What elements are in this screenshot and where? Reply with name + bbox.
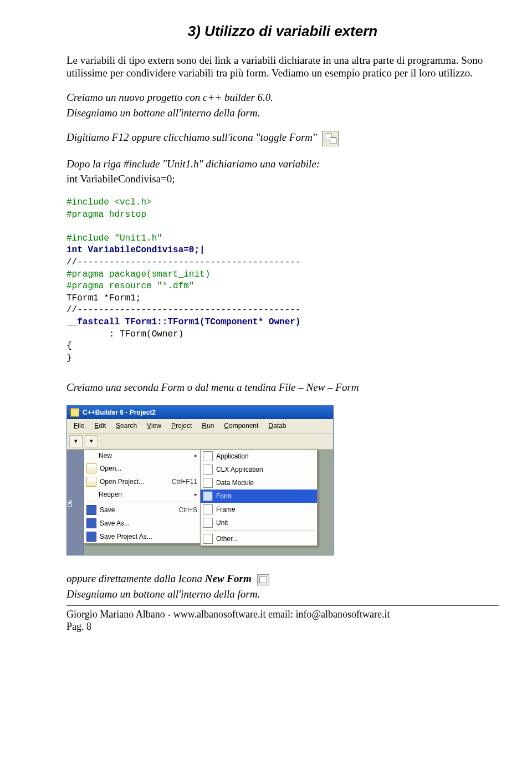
menu-item-save-as[interactable]: Save As... bbox=[84, 517, 201, 530]
submenu-item-other[interactable]: Other... bbox=[201, 532, 317, 545]
step-f12-toggle: Digitiamo F12 oppure clicchiamo sull'ico… bbox=[66, 131, 317, 143]
window-titlebar: C++Builder 6 - Project2 bbox=[67, 406, 333, 419]
new-submenu: Application CLX Application Data Module … bbox=[200, 449, 318, 546]
form-icon bbox=[203, 491, 213, 501]
section-title: 3) Utilizzo di variabili extern bbox=[66, 22, 499, 40]
submenu-item-frame[interactable]: Frame bbox=[201, 503, 317, 516]
shortcut-label: Ctrl+S bbox=[178, 506, 197, 514]
step-declare-variable: Dopo la riga #include "Unit1.h" dichiari… bbox=[66, 157, 499, 171]
step-draw-button-2: Disegniamo un bottone all'interno della … bbox=[66, 588, 499, 601]
submenu-item-form[interactable]: Form bbox=[201, 489, 317, 503]
variable-declaration-text: int VariabileCondivisa=0; bbox=[66, 172, 499, 186]
object-inspector-tab[interactable]: Ob bbox=[67, 450, 84, 555]
menu-edit[interactable]: Edit bbox=[90, 421, 110, 431]
application-icon bbox=[203, 451, 213, 461]
step-direct-icon: oppure direttamente dalla Icona New Form bbox=[66, 572, 499, 585]
menu-separator bbox=[86, 502, 198, 502]
floppy-icon bbox=[86, 505, 96, 515]
toolbar-button[interactable]: ▾ bbox=[69, 435, 83, 447]
footer-rule bbox=[66, 605, 499, 606]
menu-item-open[interactable]: Open... bbox=[84, 462, 201, 475]
menu-item-save-project-as[interactable]: Save Project As... bbox=[84, 530, 201, 543]
step-create-project: Creiamo un nuovo progetto con c++ builde… bbox=[66, 91, 499, 104]
folder-project-icon bbox=[86, 477, 96, 487]
menu-item-new[interactable]: New bbox=[84, 450, 201, 462]
blank-icon bbox=[86, 451, 95, 460]
toggle-form-icon bbox=[322, 131, 339, 146]
submenu-item-application[interactable]: Application bbox=[201, 450, 317, 463]
floppy-project-icon bbox=[86, 532, 96, 542]
footer-author-line: Giorgio Mariano Albano - www.albanosoftw… bbox=[66, 608, 499, 621]
menu-database[interactable]: Datab bbox=[264, 421, 290, 431]
step-draw-button-1: Disegniamo un bottone all'interno della … bbox=[66, 106, 499, 120]
shortcut-label: Ctrl+F11 bbox=[172, 478, 197, 486]
data-module-icon bbox=[203, 478, 213, 488]
ide-window: C++Builder 6 - Project2 File Edit Search… bbox=[66, 405, 334, 555]
toolbar: ▾ ▾ bbox=[67, 434, 333, 450]
new-form-icon bbox=[257, 574, 269, 585]
page-number: Pag. 8 bbox=[66, 620, 499, 633]
menu-item-save[interactable]: Save Ctrl+S bbox=[84, 503, 201, 517]
menu-separator bbox=[203, 531, 315, 531]
menu-search[interactable]: Search bbox=[111, 421, 141, 431]
folder-open-icon bbox=[86, 463, 96, 473]
menu-file[interactable]: File bbox=[69, 421, 89, 431]
step-create-second-form: Creiamo una seconda Form o dal menu a te… bbox=[66, 381, 499, 394]
toolbar-button[interactable]: ▾ bbox=[85, 435, 98, 447]
unit-icon bbox=[203, 518, 213, 528]
clx-application-icon bbox=[203, 465, 213, 475]
code-snippet: #include <vcl.h> #pragma hdrstop #includ… bbox=[66, 197, 499, 364]
menu-view[interactable]: View bbox=[142, 421, 166, 431]
submenu-item-unit[interactable]: Unit bbox=[201, 516, 317, 529]
menubar[interactable]: File Edit Search View Project Run Compon… bbox=[67, 419, 333, 434]
floppy-icon bbox=[86, 518, 96, 528]
menu-project[interactable]: Project bbox=[167, 421, 196, 431]
frame-icon bbox=[203, 504, 213, 514]
submenu-item-clx-application[interactable]: CLX Application bbox=[201, 463, 317, 476]
blank-icon bbox=[86, 490, 95, 499]
intro-paragraph: Le variabili di tipo extern sono dei lin… bbox=[66, 54, 499, 80]
submenu-item-data-module[interactable]: Data Module bbox=[201, 476, 317, 489]
app-icon bbox=[70, 408, 79, 417]
file-menu-dropdown: New Open... Open Project... Ctrl+F11 Reo… bbox=[84, 449, 201, 544]
window-title: C++Builder 6 - Project2 bbox=[83, 409, 156, 417]
other-icon bbox=[203, 534, 213, 544]
menu-component[interactable]: Component bbox=[219, 421, 263, 431]
menu-item-reopen[interactable]: Reopen bbox=[84, 488, 201, 501]
menu-run[interactable]: Run bbox=[197, 421, 218, 431]
menu-item-open-project[interactable]: Open Project... Ctrl+F11 bbox=[84, 475, 201, 488]
